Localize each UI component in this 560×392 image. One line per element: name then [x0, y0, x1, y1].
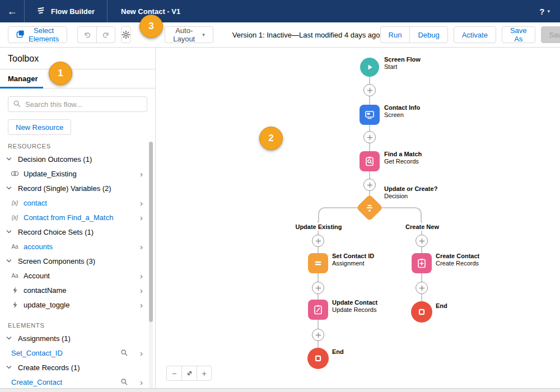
chevron-down-icon: [6, 364, 12, 371]
panel-scrollbar-thumb[interactable]: [149, 142, 153, 322]
add-element-button[interactable]: [363, 131, 376, 143]
callout-badge-2: 2: [259, 127, 283, 150]
run-debug-group: Run Debug: [380, 26, 448, 43]
branch-label-create-new: Create New: [402, 223, 442, 231]
search-box: [8, 96, 147, 112]
end-node[interactable]: [411, 301, 432, 323]
end-node[interactable]: [307, 348, 329, 369]
record-variable-icon: {x}: [10, 200, 20, 206]
end-icon: [417, 307, 427, 317]
back-button[interactable]: ←: [0, 0, 25, 22]
add-element-button[interactable]: [312, 329, 324, 341]
add-element-button[interactable]: [416, 235, 428, 247]
find-in-canvas-icon[interactable]: [120, 349, 128, 359]
select-elements-button[interactable]: Select Elements: [8, 26, 67, 43]
save-button: Save: [541, 26, 560, 43]
toolbar-actions: Run Debug Activate Save As Save: [380, 26, 560, 43]
chevron-right-icon: ›: [140, 349, 143, 357]
chevron-right-icon: ›: [140, 286, 143, 295]
activate-button[interactable]: Activate: [454, 26, 496, 43]
resource-item-contact-from-find-a-match[interactable]: {x} Contact from Find_a_Match ›: [0, 210, 155, 225]
undo-button[interactable]: [77, 26, 96, 43]
decision-icon: [365, 203, 375, 213]
plus-icon: [419, 238, 425, 244]
start-node-label: Screen FlowStart: [384, 56, 421, 71]
zoom-out-button[interactable]: −: [166, 366, 181, 381]
play-icon: [365, 63, 374, 72]
help-menu-button[interactable]: ? ▾: [529, 0, 560, 22]
create-records-node[interactable]: [412, 253, 432, 273]
debug-button[interactable]: Debug: [409, 26, 447, 43]
decision-node-label: Update or Create?Decision: [384, 185, 437, 200]
window-bottom-edge: [0, 388, 560, 392]
chevron-right-icon: ›: [140, 213, 143, 222]
gear-icon: [122, 30, 130, 39]
group-screen-components[interactable]: Screen Components (3): [0, 254, 155, 268]
caret-down-icon: ▾: [202, 32, 205, 38]
save-as-button[interactable]: Save As: [502, 26, 535, 43]
add-element-button[interactable]: [363, 179, 376, 191]
search-icon: [13, 100, 21, 110]
group-record-choice-sets[interactable]: Record Choice Sets (1): [0, 225, 155, 239]
layout-mode-select[interactable]: Auto-Layout ▾: [165, 26, 213, 43]
start-node[interactable]: [360, 58, 379, 77]
resource-item-update-existing[interactable]: Update_Existing ›: [0, 166, 155, 181]
zoom-controls: − +: [166, 366, 212, 381]
chevron-down-icon: [6, 156, 12, 162]
find-in-canvas-icon[interactable]: [120, 378, 128, 388]
get-records-node[interactable]: [360, 151, 380, 171]
tab-manager[interactable]: Manager: [0, 69, 45, 88]
element-item-set-contact-id[interactable]: Set_Contact_ID ›: [0, 346, 155, 360]
resource-item-contact[interactable]: {x} contact ›: [0, 195, 155, 210]
add-element-button[interactable]: [312, 235, 324, 247]
add-element-button[interactable]: [416, 282, 428, 294]
chevron-down-icon: [6, 228, 12, 235]
decision-outcome-icon: [10, 170, 20, 177]
add-element-button[interactable]: [312, 282, 324, 294]
redo-button[interactable]: [96, 26, 115, 43]
resource-item-accounts[interactable]: Aa accounts ›: [0, 239, 155, 254]
group-create-records[interactable]: Create Records (1): [0, 360, 155, 375]
update-records-icon: [312, 304, 324, 315]
resource-item-contactname[interactable]: contactName ›: [0, 283, 155, 297]
group-record-single-variables[interactable]: Record (Single) Variables (2): [0, 181, 155, 195]
run-button[interactable]: Run: [380, 26, 410, 43]
assignment-node[interactable]: [308, 253, 328, 273]
add-element-button[interactable]: [363, 84, 376, 96]
help-icon: ?: [539, 7, 544, 16]
plus-icon: [367, 87, 373, 94]
chevron-right-icon: ›: [140, 272, 143, 280]
fit-view-button[interactable]: [181, 366, 197, 381]
screen-icon: [364, 109, 375, 120]
fit-view-icon: [186, 370, 193, 377]
flow-builder-window: ← Flow Builder New Contact - V1 ? ▾ Sele…: [0, 0, 560, 392]
group-decision-outcomes[interactable]: Decision Outcomes (1): [0, 152, 155, 166]
group-assignments[interactable]: Assignments (1): [0, 331, 155, 346]
search-input[interactable]: [8, 96, 147, 112]
plus-icon: [315, 332, 321, 338]
toolbox-tabs: Manager: [0, 69, 155, 88]
new-resource-button[interactable]: New Resource: [8, 119, 71, 135]
select-elements-icon: [16, 30, 25, 40]
toolbox-title: Toolbox: [0, 48, 155, 69]
element-item-create-contact[interactable]: Create_Contact ›: [0, 375, 155, 388]
update-records-node[interactable]: [308, 300, 328, 320]
screen-node[interactable]: [360, 105, 380, 125]
elements-header: ELEMENTS: [0, 322, 155, 329]
chevron-down-icon: [6, 335, 12, 342]
flow-canvas[interactable]: Screen FlowStart Contact InfoScreen Find…: [156, 48, 560, 388]
branch-label-update-existing: Update Existing: [292, 223, 345, 231]
back-icon: ←: [7, 6, 17, 17]
settings-button[interactable]: [121, 26, 131, 43]
get-records-node-label: Find a MatchGet Records: [384, 151, 422, 165]
zoom-in-button[interactable]: +: [197, 366, 212, 381]
chevron-right-icon: ›: [140, 170, 143, 178]
resource-item-update-toggle[interactable]: update_toggle ›: [0, 297, 155, 312]
resource-item-account[interactable]: Aa Account ›: [0, 268, 155, 283]
toolbox-panel: Toolbox Manager New Resource RESOURCES D…: [0, 48, 156, 388]
flow-builder-icon: [36, 6, 46, 17]
chevron-down-icon: [6, 185, 12, 192]
chevron-right-icon: ›: [140, 301, 143, 309]
assignment-icon: [313, 258, 323, 268]
chevron-down-icon: [6, 258, 12, 264]
